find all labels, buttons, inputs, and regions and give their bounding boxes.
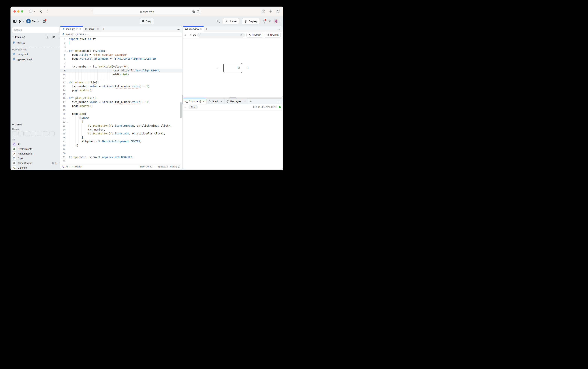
run-command-chip[interactable]: Run	[189, 105, 198, 109]
line-number[interactable]: 1	[60, 37, 68, 41]
chevron-down-icon[interactable]	[12, 124, 14, 125]
tabs-overview-icon[interactable]	[277, 10, 280, 13]
deploy-button[interactable]: Deploy	[242, 18, 259, 24]
line-number[interactable]: 15	[60, 92, 68, 96]
navigate-arrow-icon[interactable]	[240, 34, 243, 36]
close-tab-icon[interactable]: ×	[203, 100, 204, 103]
sidebar-item-code-search[interactable]: Code Search⌘ ⇧ F	[12, 161, 60, 165]
repl-menu[interactable]	[19, 20, 24, 23]
translate-icon[interactable]: A	[192, 10, 195, 13]
code-line-1[interactable]: 1import flet as ft	[60, 37, 182, 41]
devtools-button[interactable]: Devtools	[246, 33, 263, 38]
address-bar[interactable]: replit.com A	[93, 9, 201, 14]
code-line-20[interactable]: 20 page.add(	[60, 112, 182, 116]
webview-reload-icon[interactable]	[193, 34, 196, 37]
console-options-icon[interactable]: …	[275, 99, 283, 104]
code-line-16[interactable]: 16∨def plus_click(e):	[60, 96, 182, 100]
ai-status[interactable]: AI	[62, 165, 68, 168]
cursor-position[interactable]: Ln 9, Col 42	[140, 165, 152, 168]
line-number[interactable]: 29	[60, 147, 68, 151]
tab-replit-config[interactable]: .replit ×	[83, 26, 101, 32]
code-line-5[interactable]: 5 page.title = "Flet counter example"	[60, 53, 182, 57]
line-number[interactable]: 21	[60, 116, 68, 120]
line-number[interactable]: 9	[60, 69, 68, 72]
account-menu[interactable]	[274, 19, 281, 23]
files-menu-kebab-icon[interactable]	[59, 36, 60, 39]
line-number[interactable]: 12∨	[60, 81, 68, 84]
line-number[interactable]: 14	[60, 88, 68, 92]
line-number[interactable]: 27	[60, 140, 68, 144]
line-number[interactable]: 2	[60, 41, 68, 45]
editor-tab-options-icon[interactable]: …	[175, 26, 182, 32]
tab-console[interactable]: >_ Console ×	[183, 99, 207, 104]
code-line-25[interactable]: 25 ft.IconButton(ft.icons.ADD, on_click=…	[60, 132, 182, 135]
tab-shell[interactable]: Shell ×	[207, 99, 225, 104]
code-line-6[interactable]: 6 page.vertical_alignment = ft.MainAxisA…	[60, 57, 182, 61]
prompts-queue-icon[interactable]	[42, 20, 46, 23]
code-line-17[interactable]: 17 txt_number.value = str(int(txt_number…	[60, 100, 182, 104]
new-tab-icon[interactable]	[269, 10, 272, 13]
line-number[interactable]: 13	[60, 84, 68, 88]
webview-options-icon[interactable]: …	[275, 26, 283, 32]
line-number[interactable]: 30	[60, 151, 68, 155]
file-item[interactable]: poetry.lock	[12, 52, 60, 56]
notifications-bell-icon[interactable]	[262, 20, 266, 23]
line-number[interactable]: 5	[60, 53, 68, 57]
line-number[interactable]: 25	[60, 132, 68, 135]
line-number[interactable]: 26	[60, 135, 68, 140]
horizontal-resize-handle[interactable]	[229, 97, 236, 98]
minimize-window-button[interactable]	[17, 10, 20, 12]
code-line-32[interactable]: 32	[60, 159, 182, 163]
sidebar-item-ai[interactable]: AI	[12, 142, 60, 147]
webview-back-icon[interactable]	[185, 34, 188, 36]
close-tab-icon[interactable]: ×	[244, 100, 246, 103]
line-number[interactable]: 3	[60, 45, 68, 49]
code-line-12[interactable]: 12∨def minus_click(e):	[60, 81, 182, 84]
code-line-2[interactable]: 2	[60, 41, 182, 45]
code-line-9[interactable]: 9 text_align=ft.TextAlign.RIGHT,	[60, 69, 182, 72]
open-new-tab-button[interactable]: New tab	[265, 33, 281, 38]
history-button[interactable]: History	[170, 165, 180, 168]
breadcrumb-more[interactable]: ...	[87, 33, 89, 35]
code-line-27[interactable]: 27 alignment=ft.MainAxisAlignment.CENTER…	[60, 140, 182, 144]
file-item[interactable]: main.py	[12, 40, 60, 45]
line-number[interactable]: 7	[60, 61, 68, 65]
code-line-10[interactable]: 10 width=100)	[60, 72, 182, 76]
line-number[interactable]: 17	[60, 100, 68, 104]
sidebar-item-console[interactable]: Console	[12, 165, 60, 170]
search-icon[interactable]	[217, 20, 220, 23]
chevron-down-icon[interactable]	[12, 37, 14, 38]
code-line-11[interactable]: 11	[60, 76, 182, 81]
code-line-7[interactable]: 7	[60, 61, 182, 65]
line-number[interactable]: 19	[60, 108, 68, 112]
line-number[interactable]: 18	[60, 104, 68, 108]
share-icon[interactable]	[262, 10, 265, 13]
code-line-28[interactable]: 28 ))	[60, 144, 182, 147]
back-button[interactable]	[40, 10, 42, 13]
collapse-chevron-icon[interactable]	[185, 106, 187, 108]
breadcrumb-symbol[interactable]: main	[79, 33, 84, 35]
close-tab-icon[interactable]: ×	[221, 100, 222, 103]
code-line-8[interactable]: 8 txt_number = ft.TextField(value="0",	[60, 65, 182, 69]
tab-main-py[interactable]: main.py ×	[60, 26, 83, 32]
project-switcher[interactable]: Flet	[26, 19, 40, 23]
workspace-sidebar-toggle-icon[interactable]	[13, 20, 17, 23]
line-number[interactable]: 4∨	[60, 49, 68, 53]
code-line-22[interactable]: 22∨ [	[60, 120, 182, 124]
webview-url-input[interactable]: /	[197, 33, 245, 38]
sidebar-item-chat[interactable]: Chat	[12, 156, 60, 161]
new-console-tab-button[interactable]: +	[248, 99, 253, 104]
language-status[interactable]: {✓} Python	[70, 165, 82, 168]
code-line-14[interactable]: 14 page.update()	[60, 88, 182, 92]
code-line-18[interactable]: 18 page.update()	[60, 104, 182, 108]
line-number[interactable]: 20	[60, 112, 68, 116]
code-line-15[interactable]: 15	[60, 92, 182, 96]
close-tab-icon[interactable]: ×	[80, 28, 81, 30]
sidebar-item-deployments[interactable]: Deployments	[12, 147, 60, 151]
code-line-24[interactable]: 24 txt_number,	[60, 128, 182, 132]
code-line-30[interactable]: 30	[60, 151, 182, 155]
reload-icon[interactable]	[197, 10, 199, 13]
sidebar-item-authentication[interactable]: Authentication	[12, 151, 60, 156]
browser-sidebar-icon[interactable]	[29, 10, 32, 13]
line-number[interactable]: 16∨	[60, 96, 68, 100]
